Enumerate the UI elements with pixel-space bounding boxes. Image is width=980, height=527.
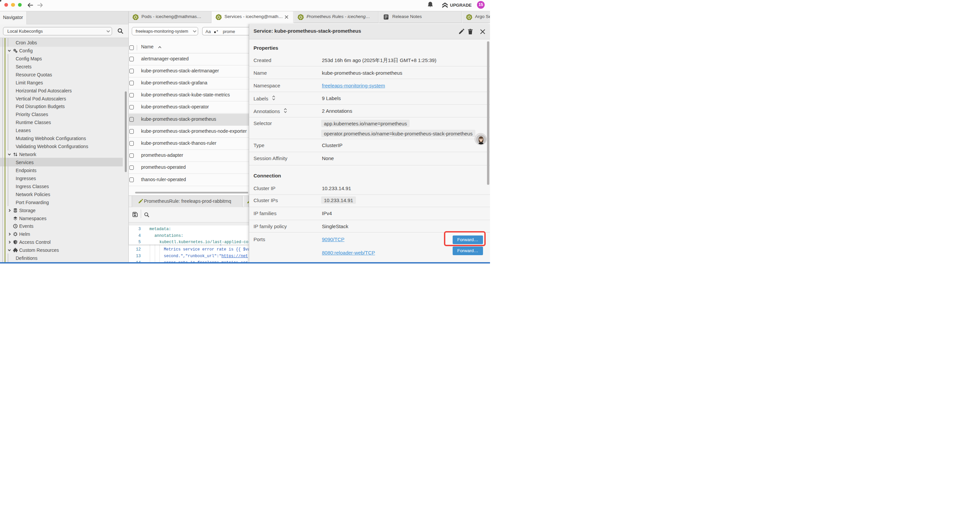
svg-text:*: * [216, 29, 218, 34]
